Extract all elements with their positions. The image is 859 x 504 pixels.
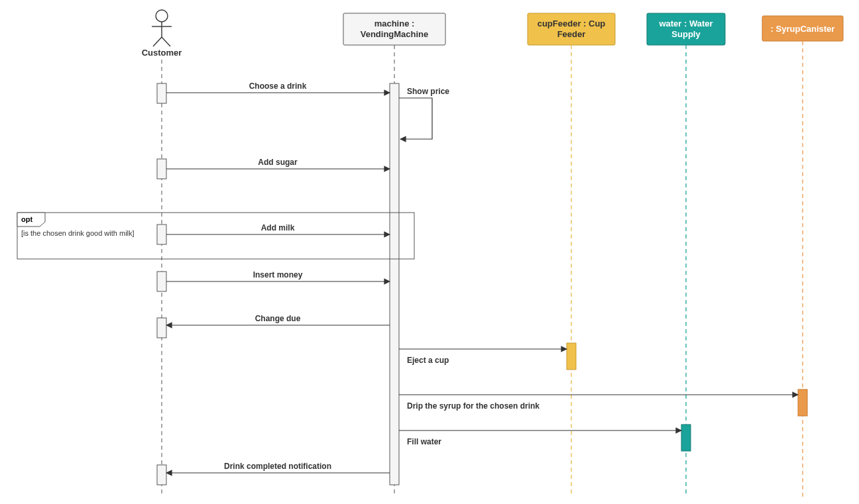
activation-syrup bbox=[798, 389, 807, 416]
activation-machine bbox=[390, 83, 399, 485]
msg-label: Add milk bbox=[261, 223, 295, 232]
lifeline-cupfeeder: cupFeeder : Cup Feeder bbox=[528, 13, 615, 497]
svg-text:[is the chosen drink good with: [is the chosen drink good with milk] bbox=[21, 229, 135, 237]
activation-customer bbox=[157, 318, 166, 338]
svg-text:water : Water: water : Water bbox=[658, 19, 713, 28]
msg-label: Fill water bbox=[407, 437, 441, 446]
activation-customer bbox=[157, 272, 166, 291]
msg-label: Eject a cup bbox=[407, 356, 449, 365]
msg-label: Choose a drink bbox=[249, 81, 307, 91]
activation-customer bbox=[157, 465, 166, 485]
activation-cupfeeder bbox=[567, 343, 576, 370]
svg-text:opt: opt bbox=[21, 215, 32, 223]
activation-customer bbox=[157, 83, 166, 103]
msg-label: Show price bbox=[407, 87, 449, 96]
svg-line-4 bbox=[162, 37, 170, 46]
svg-text:VendingMachine: VendingMachine bbox=[361, 29, 429, 39]
activation-customer bbox=[157, 159, 166, 179]
msg-label: Add sugar bbox=[258, 158, 298, 167]
msg-show-price bbox=[399, 98, 432, 139]
svg-text:machine :: machine : bbox=[374, 19, 415, 28]
svg-point-0 bbox=[156, 10, 168, 22]
customer-label: Customer bbox=[142, 48, 182, 58]
svg-text:cupFeeder : Cup: cupFeeder : Cup bbox=[538, 19, 606, 28]
lifeline-syrup: : SyrupCanister bbox=[762, 16, 843, 497]
svg-text:Supply: Supply bbox=[671, 29, 701, 39]
sequence-diagram: Customer machine : VendingMachine cupFee… bbox=[0, 0, 859, 504]
msg-label: Insert money bbox=[253, 270, 303, 279]
activation-customer bbox=[157, 225, 166, 244]
svg-line-3 bbox=[153, 37, 162, 46]
svg-text:Feeder: Feeder bbox=[557, 29, 586, 39]
msg-label: Drink completed notification bbox=[224, 462, 331, 471]
svg-text:: SyrupCanister: : SyrupCanister bbox=[771, 24, 835, 34]
lifeline-customer: Customer bbox=[142, 10, 182, 497]
msg-label: Drip the syrup for the chosen drink bbox=[407, 401, 540, 411]
msg-label: Change due bbox=[255, 314, 301, 323]
activation-water bbox=[681, 425, 691, 451]
fragment-opt: opt [is the chosen drink good with milk] bbox=[17, 213, 414, 259]
